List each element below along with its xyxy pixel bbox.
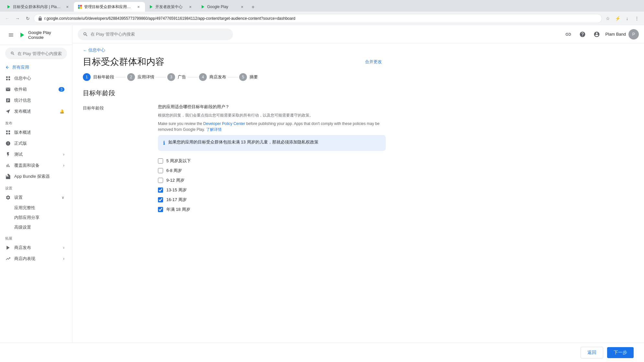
play-logo-icon: [19, 32, 26, 38]
back-to-all-apps[interactable]: 所有应用: [0, 62, 72, 73]
account-icon-button[interactable]: [591, 28, 603, 40]
svg-rect-10: [6, 79, 8, 80]
form-content-age: 您的应用适合哪些目标年龄段的用户？ 根据您的回复，我们会重点指出您可能需要采取的…: [158, 104, 386, 214]
learn-more-link[interactable]: 了解详情: [206, 127, 222, 132]
page-title: 目标受众群体和内容: [83, 56, 386, 68]
back-footer-button[interactable]: 返回: [581, 347, 603, 358]
tab-1[interactable]: 目标受众群体和内容 | Plam Ba... ✕: [3, 2, 74, 12]
sidebar-item-info-center[interactable]: 信息中心: [0, 73, 70, 84]
checkbox-age1617-label[interactable]: 16-17 周岁: [166, 197, 187, 203]
publish-expand-icon: 🔔: [60, 109, 64, 114]
checkbox-age18plus[interactable]: 年满 18 周岁: [158, 205, 386, 214]
checkbox-age1315-input[interactable]: [158, 187, 163, 193]
checkbox-age912-input[interactable]: [158, 178, 163, 183]
checkbox-age68-label[interactable]: 6-8 周岁: [166, 168, 182, 174]
checkbox-age18plus-input[interactable]: [158, 207, 163, 212]
user-avatar[interactable]: P: [628, 29, 639, 40]
main-search-bar[interactable]: [78, 28, 233, 40]
main-search-input[interactable]: [91, 32, 228, 37]
tab-3-close[interactable]: ✕: [188, 4, 193, 9]
publish-overview-icon: [5, 108, 11, 114]
sub-items-settings: 应用完整性 内部应用分享 高级设置: [0, 203, 72, 232]
svg-rect-4: [80, 7, 82, 9]
checkbox-age1617[interactable]: 16-17 周岁: [158, 195, 386, 205]
stats-icon: [5, 97, 11, 103]
sidebar-item-stats[interactable]: 统计信息: [0, 95, 70, 106]
tab-4[interactable]: Google Play ✕: [197, 2, 249, 12]
checkbox-age5-input[interactable]: [158, 158, 163, 164]
link-icon-button[interactable]: [562, 28, 574, 40]
extensions-button[interactable]: ⚡: [613, 14, 622, 23]
sidebar-item-store-performance[interactable]: 商店内表现 ›: [0, 253, 70, 264]
step-4[interactable]: 4 商店发布: [199, 73, 226, 81]
sidebar-item-publish-overview[interactable]: 发布概述 🔔: [0, 106, 70, 117]
sidebar-item-store-publish[interactable]: 商店发布 ›: [0, 242, 70, 253]
svg-rect-13: [8, 130, 10, 132]
svg-rect-15: [8, 133, 10, 134]
sidebar-item-inbox[interactable]: 收件箱 3: [0, 84, 70, 95]
step-2[interactable]: 2 应用详情: [127, 73, 154, 81]
checkbox-age912-label[interactable]: 9-12 周岁: [166, 177, 184, 183]
hamburger-menu[interactable]: [5, 29, 17, 41]
checkbox-age68[interactable]: 6-8 周岁: [158, 166, 386, 175]
sidebar-item-app-completeness[interactable]: 应用完整性: [14, 203, 72, 213]
search-bar[interactable]: [5, 48, 67, 59]
forward-button[interactable]: →: [13, 14, 22, 23]
sidebar-item-version[interactable]: 版本概述: [0, 127, 70, 138]
checkbox-age1315[interactable]: 13-15 周岁: [158, 185, 386, 195]
sidebar-item-bundle[interactable]: App Bundle 探索器: [0, 171, 70, 182]
checkbox-age5-label[interactable]: 5 周岁及以下: [166, 158, 191, 164]
tab-4-close[interactable]: ✕: [239, 4, 245, 9]
checkbox-age68-input[interactable]: [158, 168, 163, 173]
tab-1-close[interactable]: ✕: [65, 4, 70, 9]
desc-prefix: Make sure you review the: [158, 121, 203, 126]
sidebar-item-advanced-settings[interactable]: 高级设置: [14, 222, 72, 232]
app-logo-text: Google Play Console: [28, 30, 67, 40]
svg-rect-9: [8, 76, 10, 78]
step-1[interactable]: 1 目标年龄段: [83, 73, 114, 81]
checkbox-age1617-input[interactable]: [158, 197, 163, 202]
top-right-actions: Plam Band P: [562, 28, 639, 40]
menu-dots-button[interactable]: ⋮: [632, 14, 641, 23]
download-button[interactable]: ↓: [623, 14, 632, 23]
policy-center-link[interactable]: Developer Policy Center: [203, 121, 245, 126]
bookmark-button[interactable]: ☆: [603, 14, 612, 23]
refresh-button[interactable]: ↻: [23, 14, 32, 23]
sidebar-item-release[interactable]: 正式版: [0, 138, 70, 149]
page-footer: 返回 下一步: [72, 343, 644, 362]
search-input[interactable]: [17, 51, 62, 56]
store-performance-expand: ›: [63, 256, 64, 261]
breadcrumb[interactable]: ← 信息中心: [83, 43, 386, 56]
address-bar[interactable]: r.google.com/console/u/0/developers/6288…: [34, 14, 602, 23]
checkbox-age5[interactable]: 5 周岁及以下: [158, 156, 386, 166]
sidebar-item-test[interactable]: 测试 ›: [0, 149, 70, 160]
tab-2[interactable]: 管理目标受众群体和应用内容... ✕: [74, 2, 145, 12]
sidebar-item-coverage[interactable]: 覆盖面和设备 ›: [0, 160, 70, 171]
tab-2-close[interactable]: ✕: [136, 4, 141, 9]
info-box-icon: ℹ: [163, 139, 165, 147]
sidebar-header: Google Play Console: [0, 25, 72, 45]
section-label-expand: 拓展: [0, 232, 72, 242]
abandon-label[interactable]: 合并更改: [361, 57, 386, 67]
back-button[interactable]: ←: [3, 14, 12, 23]
step-1-label: 目标年龄段: [93, 74, 114, 80]
new-tab-button[interactable]: +: [249, 3, 258, 12]
store-performance-icon: [5, 256, 11, 262]
checkbox-age1315-label[interactable]: 13-15 周岁: [166, 187, 187, 193]
next-button[interactable]: 下一步: [607, 347, 634, 358]
step-4-label: 商店发布: [209, 74, 226, 80]
sidebar-item-settings[interactable]: 设置 ∨: [0, 192, 70, 203]
svg-marker-6: [202, 5, 204, 9]
step-3[interactable]: 3 广告: [167, 73, 186, 81]
sidebar-item-internal-sharing[interactable]: 内部应用分享: [14, 213, 72, 222]
help-icon-button[interactable]: [577, 28, 588, 40]
step-5[interactable]: 5 摘要: [239, 73, 258, 81]
step-sep-1: [116, 77, 126, 77]
tab-3[interactable]: 开发者政策中心 ✕: [145, 2, 197, 12]
app-logo[interactable]: Google Play Console: [19, 30, 67, 40]
settings-icon: [5, 195, 11, 200]
abandon-button[interactable]: 合并更改: [361, 59, 386, 65]
store-publish-expand: ›: [63, 245, 64, 250]
checkbox-age18plus-label[interactable]: 年满 18 周岁: [166, 207, 190, 212]
checkbox-age912[interactable]: 9-12 周岁: [158, 175, 386, 185]
